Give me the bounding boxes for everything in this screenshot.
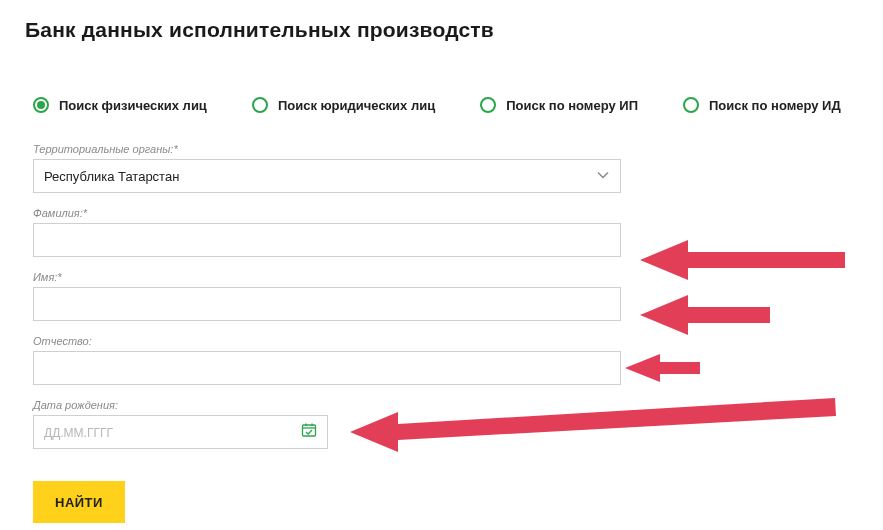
tab-id-number[interactable]: Поиск по номеру ИД	[683, 97, 841, 113]
birth-date-input[interactable]	[33, 415, 328, 449]
first-name-input[interactable]	[33, 287, 621, 321]
last-name-label: Фамилия:*	[33, 207, 858, 219]
last-name-field: Фамилия:*	[33, 207, 858, 257]
tab-legal-entities[interactable]: Поиск юридических лиц	[252, 97, 435, 113]
tab-label: Поиск юридических лиц	[278, 98, 435, 113]
search-button[interactable]: НАЙТИ	[33, 481, 125, 523]
radio-icon	[252, 97, 268, 113]
last-name-input[interactable]	[33, 223, 621, 257]
birth-date-label: Дата рождения:	[33, 399, 858, 411]
tab-label: Поиск по номеру ИП	[506, 98, 638, 113]
territory-field: Территориальные органы:* Республика Тата…	[33, 143, 858, 193]
tab-label: Поиск физических лиц	[59, 98, 207, 113]
first-name-field: Имя:*	[33, 271, 858, 321]
search-type-tabs: Поиск физических лиц Поиск юридических л…	[25, 97, 858, 113]
tab-ip-number[interactable]: Поиск по номеру ИП	[480, 97, 638, 113]
search-form: Территориальные органы:* Республика Тата…	[25, 143, 858, 523]
patronymic-label: Отчество:	[33, 335, 858, 347]
radio-icon	[480, 97, 496, 113]
page-title: Банк данных исполнительных производств	[25, 18, 858, 42]
territory-value: Республика Татарстан	[44, 169, 179, 184]
first-name-label: Имя:*	[33, 271, 858, 283]
tab-individuals[interactable]: Поиск физических лиц	[33, 97, 207, 113]
birth-date-field: Дата рождения:	[33, 399, 858, 449]
territory-select[interactable]: Республика Татарстан	[33, 159, 621, 193]
patronymic-input[interactable]	[33, 351, 621, 385]
patronymic-field: Отчество:	[33, 335, 858, 385]
radio-icon	[33, 97, 49, 113]
chevron-down-icon	[596, 168, 610, 185]
territory-label: Территориальные органы:*	[33, 143, 858, 155]
radio-icon	[683, 97, 699, 113]
tab-label: Поиск по номеру ИД	[709, 98, 841, 113]
